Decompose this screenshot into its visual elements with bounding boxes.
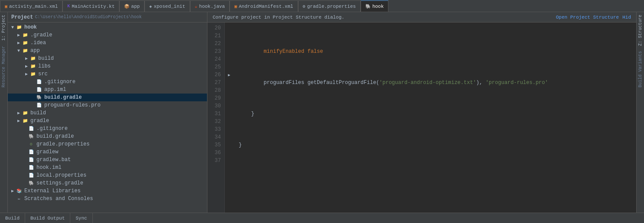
arrow-hook: ▼ [10,25,16,30]
line-num-33: 33 [211,126,221,133]
tree-item-gradle-properties[interactable]: ⚙ gradle.properties [8,140,207,148]
tree-item-build-gradle-app[interactable]: 🐘 build.gradle [8,94,207,101]
code-text-23: } [239,141,242,149]
tree-item-build-gradle-root[interactable]: 🐘 build.gradle [8,133,207,140]
tree-item-gradle[interactable]: ▶ 📁 .gradle [8,31,207,39]
info-bar: Configure project in Project Structure d… [207,12,636,23]
tree-item-idea[interactable]: ▶ 📁 .idea [8,39,207,47]
tree-item-libs[interactable]: ▶ 📁 libs [8,62,207,70]
fold-28 [225,87,233,94]
xml-icon: ▣ [5,4,7,9]
fold-37 [225,157,233,165]
tree-item-local-properties[interactable]: 📄 local.properties [8,171,207,179]
tab-mainactivity-kt[interactable]: K MainActivity.kt [62,0,119,12]
tab-androidmanifest-xml[interactable]: ▣ AndroidManifest.xml [230,0,298,12]
file-icon-external-libs: 📚 [16,187,23,194]
label-settings-gradle: settings.gradle [36,180,83,186]
tree-item-app[interactable]: ▼ 📁 app [8,47,207,55]
code-text-21: proguardFiles getDefaultProguardFile('pr… [239,79,548,87]
tree-item-external-libs[interactable]: ▶ 📚 External Libraries [8,187,207,195]
tab-hook-java[interactable]: ☕ hook.java [190,0,230,12]
sync-label: Sync [76,216,87,221]
tree-item-hook-iml[interactable]: 📄 hook.iml [8,164,207,171]
file-icon-proguard: 📄 [36,102,43,109]
fold-32 [225,118,233,126]
folder-icon-hook: 📁 [16,24,23,31]
label-libs: libs [38,63,51,69]
code-text-20: minifyEnabled false [239,48,323,55]
file-icon-build-gradle-app: 🐘 [36,94,43,101]
tree-item-proguard[interactable]: 📄 proguard-rules.pro [8,101,207,109]
tree-item-gradlew-bat[interactable]: 📄 gradlew.bat [8,156,207,164]
side-label-structure[interactable]: Z: Structure [637,12,644,48]
label-gradle-folder: gradle [30,118,49,124]
label-build-gradle-root: build.gradle [36,133,74,139]
fold-35 [225,141,233,149]
tree-item-build-root[interactable]: ▶ 📁 build [8,109,207,117]
arrow-build-root: ▶ [16,110,22,116]
arrow-gradle-folder: ▶ [16,118,22,123]
line-num-25: 25 [211,63,221,71]
file-icon-local-props: 📄 [28,172,35,179]
tree-item-src[interactable]: ▶ 📁 src [8,70,207,78]
tree-item-gitignore-root[interactable]: 📄 .gitignore [8,125,207,133]
side-label-resource-manager[interactable]: Resource Manager [0,43,7,90]
fold-29 [225,94,233,102]
code-text-22: } [239,110,254,118]
fold-34 [225,133,233,141]
fold-26[interactable]: ▶ [225,71,233,79]
manifest-icon: ▣ [234,4,237,9]
sidebar-header: Project C:\Users\hello\AndroidStudioProj… [8,12,207,23]
arrow-app: ▼ [16,48,22,53]
tree-item-gitignore-app[interactable]: 📄 .gitignore [8,78,207,86]
label-local-props: local.properties [36,172,86,178]
tree-item-scratches[interactable]: ✏ Scratches and Consoles [8,195,207,203]
tab-xposed-init[interactable]: ◈ xposed_init [145,0,190,12]
bottom-tab-sync[interactable]: Sync [70,213,92,223]
label-external-libs: External Libraries [24,188,81,194]
code-line-25 [239,204,631,211]
folder-icon-gradle: 📁 [22,32,29,39]
code-line-24 [239,172,631,180]
folder-icon-gradle2: 📁 [22,117,29,124]
line-num-26: 26 [211,71,221,79]
file-icon-settings-gradle: 🐘 [28,180,35,187]
build-label: Build [5,216,20,221]
init-icon: ◈ [149,4,152,9]
code-content[interactable]: minifyEnabled false proguardFiles getDef… [233,23,636,213]
tab-hook[interactable]: 🐘 hook [361,0,388,12]
label-gitignore-app: .gitignore [44,79,76,85]
app-icon: 📦 [124,4,129,9]
code-line-21: proguardFiles getDefaultProguardFile('pr… [239,79,631,87]
tree-item-build-app[interactable]: ▶ 📁 build [8,55,207,62]
label-src: src [38,71,48,77]
file-icon-app-iml: 📄 [36,86,43,93]
label-gradle-props: gradle.properties [36,141,89,147]
file-icon-gradlew: 📄 [28,149,35,155]
hide-link[interactable]: Hid [622,15,631,20]
tab-gradle-properties[interactable]: ⚙ gradle.properties [298,0,361,12]
tab-activity-main-xml[interactable]: ▣ activity_main.xml [0,0,62,12]
line-num-20: 20 [211,24,221,32]
side-label-build-variants[interactable]: Build Variants [637,48,644,90]
tree-item-hook-root[interactable]: ▼ 📁 hook [8,23,207,31]
label-app-iml: app.iml [44,87,66,93]
tree-item-gradlew[interactable]: 📄 gradlew [8,148,207,156]
kt-icon: K [67,4,70,9]
tree-item-app-iml[interactable]: 📄 app.iml [8,86,207,94]
tree-item-settings-gradle[interactable]: 🐘 settings.gradle [8,179,207,187]
file-tree-sidebar: Project C:\Users\hello\AndroidStudioProj… [8,12,207,213]
code-editor: 20 21 22 23 24 25 26 27 28 29 30 31 32 3… [207,23,636,213]
bottom-tab-build[interactable]: Build [0,213,25,223]
fold-gutter: ▶ [225,23,233,213]
folder-icon-idea: 📁 [22,39,29,46]
line-num-34: 34 [211,133,221,141]
line-num-35: 35 [211,141,221,149]
open-project-structure-link[interactable]: Open Project Structure [556,15,619,20]
tab-app[interactable]: 📦 app [119,0,145,12]
file-icon-gitignore-app: 📄 [36,78,43,85]
bottom-tab-build-output[interactable]: Build Output [25,213,70,223]
folder-icon-src: 📁 [30,71,36,78]
side-label-project[interactable]: 1: Project [0,12,7,43]
tree-item-gradle-folder[interactable]: ▶ 📁 gradle [8,117,207,125]
